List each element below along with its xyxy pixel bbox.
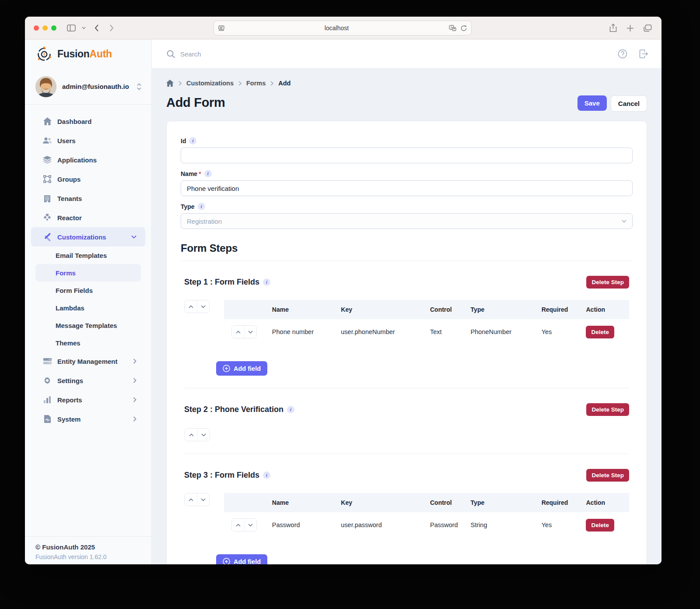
move-step-up-button[interactable] bbox=[185, 300, 197, 313]
sidebar-item-entity-management[interactable]: Entity Management bbox=[31, 352, 145, 371]
breadcrumb-customizations[interactable]: Customizations bbox=[186, 80, 234, 87]
sidebar-item-settings[interactable]: Settings bbox=[31, 371, 145, 390]
delete-step-button[interactable]: Delete Step bbox=[586, 403, 629, 416]
required-mark: * bbox=[199, 170, 201, 177]
tab-overview-icon[interactable] bbox=[644, 25, 652, 32]
sidebar-nav: Dashboard Users Applications Groups Tena… bbox=[25, 105, 151, 536]
chevron-down-icon[interactable] bbox=[82, 27, 86, 29]
col-required: Required bbox=[538, 493, 583, 512]
reader-icon[interactable] bbox=[218, 25, 224, 31]
chevron-right-icon bbox=[133, 359, 136, 364]
home-icon bbox=[43, 117, 52, 125]
breadcrumb-forms[interactable]: Forms bbox=[246, 80, 266, 87]
col-name: Name bbox=[269, 300, 337, 319]
name-label: Name bbox=[181, 170, 197, 177]
chevron-right-icon bbox=[133, 378, 136, 383]
chevron-right-icon bbox=[133, 397, 136, 402]
minimize-window-button[interactable] bbox=[42, 25, 48, 31]
sidebar-item-dashboard[interactable]: Dashboard bbox=[31, 112, 145, 131]
search-input[interactable] bbox=[180, 50, 612, 58]
id-input[interactable] bbox=[181, 148, 633, 163]
move-step-down-button[interactable] bbox=[197, 300, 209, 313]
home-breadcrumb-icon[interactable] bbox=[166, 80, 174, 87]
field-required: Yes bbox=[538, 319, 583, 345]
move-field-up-button[interactable] bbox=[232, 326, 244, 338]
reload-icon[interactable] bbox=[461, 25, 467, 32]
building-icon bbox=[43, 194, 52, 202]
move-step-up-button[interactable] bbox=[185, 493, 197, 506]
step-reorder-control bbox=[184, 493, 210, 506]
delete-step-button[interactable]: Delete Step bbox=[586, 276, 629, 289]
back-icon[interactable] bbox=[94, 25, 99, 32]
layers-icon bbox=[43, 156, 52, 164]
top-header bbox=[152, 39, 662, 69]
info-icon[interactable]: i bbox=[263, 472, 270, 479]
logout-icon[interactable] bbox=[639, 49, 648, 59]
cancel-button[interactable]: Cancel bbox=[611, 95, 647, 112]
chevron-down-icon bbox=[131, 235, 136, 239]
sidebar-item-email-templates[interactable]: Email Templates bbox=[35, 246, 141, 264]
page-content: Customizations Forms Add Add Form Save C… bbox=[152, 69, 662, 564]
move-step-down-button[interactable] bbox=[197, 429, 210, 441]
sidebar-item-reports[interactable]: Reports bbox=[31, 390, 145, 409]
sidebar-item-system[interactable]: System bbox=[31, 409, 145, 429]
type-select[interactable]: Registration bbox=[181, 213, 633, 229]
sidebar-item-users[interactable]: Users bbox=[31, 131, 145, 150]
move-field-up-button[interactable] bbox=[232, 519, 244, 531]
delete-step-button[interactable]: Delete Step bbox=[586, 469, 629, 482]
account-selector[interactable]: admin@fusionauth.io bbox=[25, 69, 151, 104]
sidebar-item-customizations[interactable]: Customizations bbox=[31, 227, 145, 246]
browser-window: localhost A bbox=[25, 17, 662, 564]
frame-icon bbox=[43, 175, 52, 183]
new-tab-icon[interactable] bbox=[626, 25, 634, 32]
info-icon[interactable]: i bbox=[263, 278, 270, 286]
sidebar-item-themes[interactable]: Themes bbox=[35, 334, 141, 352]
help-icon[interactable] bbox=[618, 49, 627, 59]
servers-icon bbox=[43, 358, 52, 365]
address-bar[interactable]: localhost A bbox=[214, 21, 472, 35]
sidebar-item-applications[interactable]: Applications bbox=[31, 150, 145, 169]
zoom-window-button[interactable] bbox=[51, 25, 56, 31]
sidebar-item-tenants[interactable]: Tenants bbox=[31, 189, 145, 208]
move-field-down-button[interactable] bbox=[244, 519, 256, 531]
info-icon[interactable]: i bbox=[287, 406, 294, 413]
info-icon[interactable]: i bbox=[198, 203, 205, 210]
chevron-right-icon bbox=[133, 416, 136, 422]
sidebar-item-message-templates[interactable]: Message Templates bbox=[35, 317, 141, 334]
field-key: user.phoneNumber bbox=[337, 319, 427, 345]
delete-field-button[interactable]: Delete bbox=[586, 519, 614, 532]
move-step-up-button[interactable] bbox=[185, 429, 197, 441]
form-card: Idi Name*i Typei Registration bbox=[166, 121, 647, 564]
info-icon[interactable]: i bbox=[189, 137, 196, 144]
sidebar-item-form-fields[interactable]: Form Fields bbox=[35, 282, 141, 299]
account-expand-icon bbox=[136, 83, 142, 90]
field-type: String bbox=[467, 512, 538, 538]
version-text: FusionAuth version 1.62.0 bbox=[35, 553, 151, 560]
forward-icon[interactable] bbox=[109, 25, 114, 32]
fusionauth-logo[interactable]: FusionAuth bbox=[25, 39, 151, 69]
share-icon[interactable] bbox=[609, 24, 617, 32]
sidebar-item-reactor[interactable]: Reactor bbox=[31, 208, 145, 227]
tools-icon bbox=[43, 233, 52, 241]
move-field-down-button[interactable] bbox=[244, 326, 256, 338]
move-step-down-button[interactable] bbox=[197, 493, 209, 506]
fields-table: Name Key Control Type Required Action bbox=[224, 493, 629, 538]
sidebar-item-forms[interactable]: Forms bbox=[35, 264, 141, 282]
info-icon[interactable]: i bbox=[204, 170, 212, 177]
save-button[interactable]: Save bbox=[578, 95, 607, 111]
name-input[interactable] bbox=[181, 180, 633, 196]
add-field-button[interactable]: Add field bbox=[216, 361, 267, 376]
field-control: Text bbox=[427, 319, 467, 345]
add-field-button[interactable]: Add field bbox=[216, 554, 267, 564]
close-window-button[interactable] bbox=[34, 25, 39, 31]
translate-icon[interactable]: A bbox=[449, 25, 456, 31]
sidebar-item-lambdas[interactable]: Lambdas bbox=[35, 299, 141, 317]
col-name: Name bbox=[269, 493, 337, 512]
delete-field-button[interactable]: Delete bbox=[586, 326, 614, 338]
sidebar-item-groups[interactable]: Groups bbox=[31, 169, 145, 189]
sidebar-toggle-icon[interactable] bbox=[67, 25, 76, 32]
gear-icon bbox=[43, 377, 52, 384]
radiation-icon bbox=[43, 214, 52, 222]
form-step-2: Step 2 : Phone Verificationi Delete Step bbox=[181, 403, 633, 454]
col-type: Type bbox=[467, 493, 538, 512]
